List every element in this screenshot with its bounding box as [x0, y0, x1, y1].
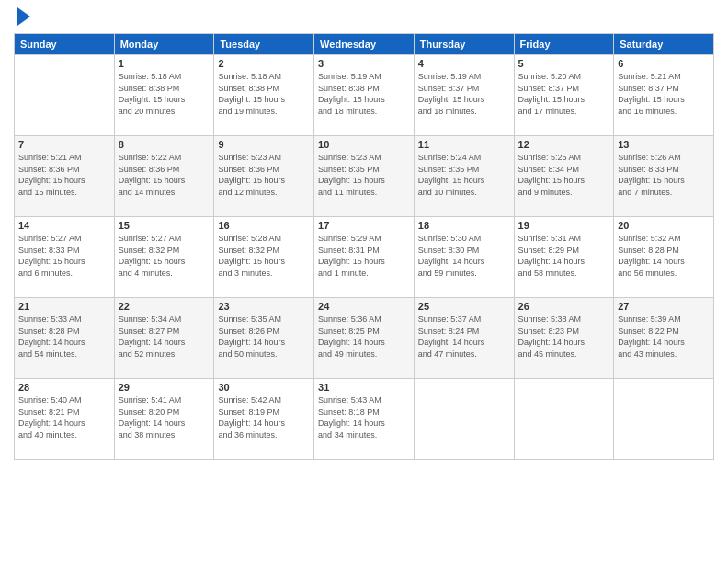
- date-number: 14: [18, 220, 110, 231]
- calendar-cell: [614, 379, 714, 460]
- date-number: 5: [518, 58, 610, 69]
- cell-info: Sunrise: 5:22 AM Sunset: 8:36 PM Dayligh…: [119, 152, 210, 198]
- calendar-header-monday: Monday: [114, 34, 214, 55]
- cell-info: Sunrise: 5:34 AM Sunset: 8:27 PM Dayligh…: [119, 314, 210, 360]
- calendar-cell: 1Sunrise: 5:18 AM Sunset: 8:38 PM Daylig…: [114, 55, 214, 136]
- calendar-cell: 8Sunrise: 5:22 AM Sunset: 8:36 PM Daylig…: [114, 136, 214, 217]
- cell-info: Sunrise: 5:37 AM Sunset: 8:24 PM Dayligh…: [418, 314, 510, 360]
- calendar-cell: [414, 379, 514, 460]
- calendar-week-5: 28Sunrise: 5:40 AM Sunset: 8:21 PM Dayli…: [15, 379, 714, 460]
- calendar-header-row: SundayMondayTuesdayWednesdayThursdayFrid…: [15, 34, 714, 55]
- date-number: 9: [218, 139, 310, 150]
- cell-info: Sunrise: 5:43 AM Sunset: 8:18 PM Dayligh…: [318, 395, 410, 441]
- calendar-cell: 6Sunrise: 5:21 AM Sunset: 8:37 PM Daylig…: [614, 55, 714, 136]
- date-number: 1: [119, 58, 210, 69]
- cell-info: Sunrise: 5:25 AM Sunset: 8:34 PM Dayligh…: [518, 152, 610, 198]
- calendar-cell: 3Sunrise: 5:19 AM Sunset: 8:38 PM Daylig…: [314, 55, 415, 136]
- cell-info: Sunrise: 5:40 AM Sunset: 8:21 PM Dayligh…: [18, 395, 110, 441]
- date-number: 6: [618, 58, 710, 69]
- cell-info: Sunrise: 5:18 AM Sunset: 8:38 PM Dayligh…: [119, 71, 210, 117]
- date-number: 25: [418, 301, 510, 312]
- cell-info: Sunrise: 5:21 AM Sunset: 8:37 PM Dayligh…: [618, 71, 710, 117]
- cell-info: Sunrise: 5:30 AM Sunset: 8:30 PM Dayligh…: [418, 233, 510, 279]
- date-number: 10: [318, 139, 410, 150]
- cell-info: Sunrise: 5:19 AM Sunset: 8:37 PM Dayligh…: [418, 71, 510, 117]
- date-number: 18: [418, 220, 510, 231]
- date-number: 30: [218, 382, 310, 393]
- calendar: SundayMondayTuesdayWednesdayThursdayFrid…: [14, 33, 714, 460]
- calendar-cell: 21Sunrise: 5:33 AM Sunset: 8:28 PM Dayli…: [15, 298, 115, 379]
- calendar-cell: 12Sunrise: 5:25 AM Sunset: 8:34 PM Dayli…: [514, 136, 614, 217]
- cell-info: Sunrise: 5:31 AM Sunset: 8:29 PM Dayligh…: [518, 233, 610, 279]
- calendar-cell: 26Sunrise: 5:38 AM Sunset: 8:23 PM Dayli…: [514, 298, 614, 379]
- calendar-cell: 10Sunrise: 5:23 AM Sunset: 8:35 PM Dayli…: [314, 136, 415, 217]
- calendar-cell: 18Sunrise: 5:30 AM Sunset: 8:30 PM Dayli…: [414, 217, 514, 298]
- date-number: 29: [119, 382, 210, 393]
- calendar-cell: 31Sunrise: 5:43 AM Sunset: 8:18 PM Dayli…: [314, 379, 415, 460]
- cell-info: Sunrise: 5:29 AM Sunset: 8:31 PM Dayligh…: [318, 233, 410, 279]
- calendar-cell: 7Sunrise: 5:21 AM Sunset: 8:36 PM Daylig…: [15, 136, 115, 217]
- cell-info: Sunrise: 5:23 AM Sunset: 8:35 PM Dayligh…: [318, 152, 410, 198]
- calendar-cell: 16Sunrise: 5:28 AM Sunset: 8:32 PM Dayli…: [214, 217, 314, 298]
- cell-info: Sunrise: 5:35 AM Sunset: 8:26 PM Dayligh…: [218, 314, 310, 360]
- calendar-cell: [514, 379, 614, 460]
- calendar-week-2: 7Sunrise: 5:21 AM Sunset: 8:36 PM Daylig…: [15, 136, 714, 217]
- cell-info: Sunrise: 5:32 AM Sunset: 8:28 PM Dayligh…: [618, 233, 710, 279]
- calendar-cell: 13Sunrise: 5:26 AM Sunset: 8:33 PM Dayli…: [614, 136, 714, 217]
- calendar-header-saturday: Saturday: [614, 34, 714, 55]
- calendar-cell: 11Sunrise: 5:24 AM Sunset: 8:35 PM Dayli…: [414, 136, 514, 217]
- cell-info: Sunrise: 5:27 AM Sunset: 8:32 PM Dayligh…: [119, 233, 210, 279]
- calendar-cell: 28Sunrise: 5:40 AM Sunset: 8:21 PM Dayli…: [15, 379, 115, 460]
- date-number: 15: [119, 220, 210, 231]
- date-number: 2: [218, 58, 310, 69]
- cell-info: Sunrise: 5:21 AM Sunset: 8:36 PM Dayligh…: [18, 152, 110, 198]
- calendar-cell: 19Sunrise: 5:31 AM Sunset: 8:29 PM Dayli…: [514, 217, 614, 298]
- calendar-cell: 25Sunrise: 5:37 AM Sunset: 8:24 PM Dayli…: [414, 298, 514, 379]
- calendar-header-tuesday: Tuesday: [214, 34, 314, 55]
- cell-info: Sunrise: 5:36 AM Sunset: 8:25 PM Dayligh…: [318, 314, 410, 360]
- calendar-cell: 9Sunrise: 5:23 AM Sunset: 8:36 PM Daylig…: [214, 136, 314, 217]
- calendar-cell: [15, 55, 115, 136]
- cell-info: Sunrise: 5:24 AM Sunset: 8:35 PM Dayligh…: [418, 152, 510, 198]
- calendar-cell: 5Sunrise: 5:20 AM Sunset: 8:37 PM Daylig…: [514, 55, 614, 136]
- page: SundayMondayTuesdayWednesdayThursdayFrid…: [0, 0, 728, 563]
- calendar-week-1: 1Sunrise: 5:18 AM Sunset: 8:38 PM Daylig…: [15, 55, 714, 136]
- date-number: 19: [518, 220, 610, 231]
- cell-info: Sunrise: 5:23 AM Sunset: 8:36 PM Dayligh…: [218, 152, 310, 198]
- calendar-header-thursday: Thursday: [414, 34, 514, 55]
- calendar-week-3: 14Sunrise: 5:27 AM Sunset: 8:33 PM Dayli…: [15, 217, 714, 298]
- calendar-header-wednesday: Wednesday: [314, 34, 415, 55]
- date-number: 11: [418, 139, 510, 150]
- cell-info: Sunrise: 5:33 AM Sunset: 8:28 PM Dayligh…: [18, 314, 110, 360]
- calendar-cell: 22Sunrise: 5:34 AM Sunset: 8:27 PM Dayli…: [114, 298, 214, 379]
- calendar-cell: 17Sunrise: 5:29 AM Sunset: 8:31 PM Dayli…: [314, 217, 415, 298]
- calendar-cell: 2Sunrise: 5:18 AM Sunset: 8:38 PM Daylig…: [214, 55, 314, 136]
- date-number: 13: [618, 139, 710, 150]
- calendar-cell: 30Sunrise: 5:42 AM Sunset: 8:19 PM Dayli…: [214, 379, 314, 460]
- calendar-header-friday: Friday: [514, 34, 614, 55]
- calendar-cell: 24Sunrise: 5:36 AM Sunset: 8:25 PM Dayli…: [314, 298, 415, 379]
- cell-info: Sunrise: 5:26 AM Sunset: 8:33 PM Dayligh…: [618, 152, 710, 198]
- date-number: 21: [18, 301, 110, 312]
- calendar-cell: 14Sunrise: 5:27 AM Sunset: 8:33 PM Dayli…: [15, 217, 115, 298]
- cell-info: Sunrise: 5:38 AM Sunset: 8:23 PM Dayligh…: [518, 314, 610, 360]
- date-number: 4: [418, 58, 510, 69]
- calendar-week-4: 21Sunrise: 5:33 AM Sunset: 8:28 PM Dayli…: [15, 298, 714, 379]
- cell-info: Sunrise: 5:28 AM Sunset: 8:32 PM Dayligh…: [218, 233, 310, 279]
- date-number: 24: [318, 301, 410, 312]
- calendar-header-sunday: Sunday: [15, 34, 115, 55]
- date-number: 8: [119, 139, 210, 150]
- date-number: 26: [518, 301, 610, 312]
- cell-info: Sunrise: 5:27 AM Sunset: 8:33 PM Dayligh…: [18, 233, 110, 279]
- date-number: 27: [618, 301, 710, 312]
- date-number: 20: [618, 220, 710, 231]
- calendar-cell: 27Sunrise: 5:39 AM Sunset: 8:22 PM Dayli…: [614, 298, 714, 379]
- cell-info: Sunrise: 5:42 AM Sunset: 8:19 PM Dayligh…: [218, 395, 310, 441]
- calendar-cell: 20Sunrise: 5:32 AM Sunset: 8:28 PM Dayli…: [614, 217, 714, 298]
- date-number: 7: [18, 139, 110, 150]
- calendar-cell: 23Sunrise: 5:35 AM Sunset: 8:26 PM Dayli…: [214, 298, 314, 379]
- date-number: 12: [518, 139, 610, 150]
- cell-info: Sunrise: 5:18 AM Sunset: 8:38 PM Dayligh…: [218, 71, 310, 117]
- date-number: 17: [318, 220, 410, 231]
- logo: [14, 9, 30, 26]
